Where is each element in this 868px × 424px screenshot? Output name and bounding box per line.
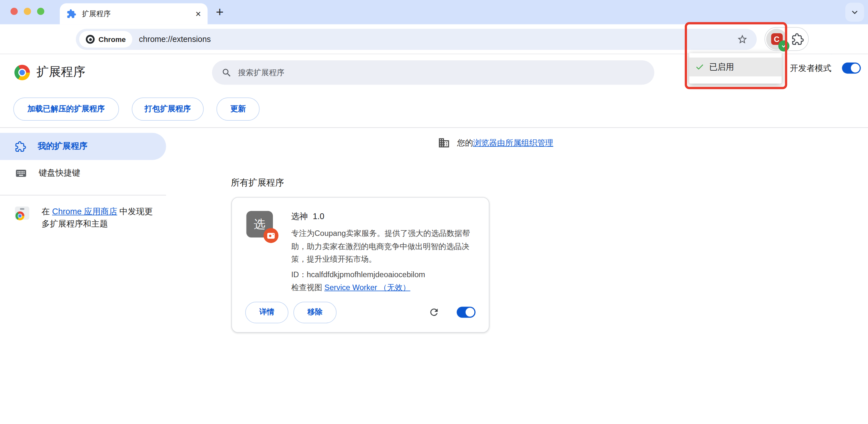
service-worker-link[interactable]: Service Worker （无效） <box>324 283 410 292</box>
organization-building-icon <box>438 137 450 149</box>
keyboard-icon <box>15 167 27 179</box>
tab-search-button[interactable] <box>845 3 864 22</box>
enabled-badge-icon <box>778 40 789 51</box>
sidebar: 我的扩展程序 键盘快捷键 在 Chrome 应用商店 中发现更多扩展程序和主题 <box>0 133 166 230</box>
site-chip-label: Chrome <box>98 35 126 43</box>
sidebar-item-label: 键盘快捷键 <box>39 168 80 178</box>
menu-item-enabled[interactable]: 已启用 <box>689 57 781 76</box>
extension-id-row: ID：hcalfdfdkjpmofhlemjdeoaiocebilom <box>291 270 480 280</box>
managed-notice-link[interactable]: 浏览器由所属组织管理 <box>473 138 553 147</box>
sidebar-item-keyboard-shortcuts[interactable]: 键盘快捷键 <box>0 160 166 186</box>
extension-description: 专注为Coupang卖家服务。提供了强大的选品数据帮助，助力卖家在激烈的电商竞争… <box>291 227 480 266</box>
extension-name: 选神 <box>291 211 308 221</box>
section-heading: 所有扩展程序 <box>231 177 284 189</box>
webstore-link[interactable]: Chrome 应用商店 <box>52 207 118 216</box>
maximize-window-button[interactable] <box>37 8 44 15</box>
developer-mode-label: 开发者模式 <box>790 63 832 73</box>
extensions-menu-icon[interactable] <box>792 33 804 45</box>
new-tab-button[interactable]: + <box>216 4 224 20</box>
toolbar-page-divider <box>0 127 868 128</box>
webstore-promo: 在 Chrome 应用商店 中发现更多扩展程序和主题 <box>0 205 166 230</box>
extension-version: 1.0 <box>313 211 324 221</box>
extensions-page: 扩展程序 开发者模式 加载已解压的扩展程序 打包扩展程序 更新 我的扩展程序 键… <box>0 54 868 424</box>
url-text[interactable]: chrome://extensions <box>139 29 211 50</box>
menu-item-label: 已启用 <box>709 62 734 72</box>
search-icon <box>221 67 232 78</box>
extension-id-value: hcalfdfdkjpmofhlemjdeoaiocebilom <box>307 270 425 278</box>
extension-menu-dropdown: 已启用 <box>689 53 781 84</box>
inspect-views-row: 检查视图 Service Worker （无效） <box>291 283 480 293</box>
browser-toolbar: Chrome chrome://extensions C <box>0 24 868 54</box>
tab-extensions[interactable]: 扩展程序 × <box>60 3 208 24</box>
extension-card: 选 选神1.0 专注为Coupang卖家服务。提供了强大的选品数据帮助，助力卖家… <box>231 197 489 333</box>
bookmark-star-icon[interactable] <box>737 34 748 45</box>
extensions-toolbar-group: C <box>765 27 809 51</box>
managed-notice: 您的浏览器由所属组织管理 <box>166 137 825 149</box>
chevron-down-icon <box>850 8 859 17</box>
remove-button[interactable]: 移除 <box>293 301 337 323</box>
webstore-promo-text: 在 Chrome 应用商店 中发现更多扩展程序和主题 <box>42 205 160 230</box>
load-unpacked-button[interactable]: 加载已解压的扩展程序 <box>13 97 119 121</box>
close-window-button[interactable] <box>11 8 18 15</box>
developer-mode-toggle[interactable] <box>842 63 861 73</box>
browser-window: 扩展程序 × + Chrome chrome://extensions C <box>0 0 868 424</box>
extension-title: 选神1.0 <box>291 211 480 222</box>
check-icon <box>695 63 704 71</box>
pack-extension-button[interactable]: 打包扩展程序 <box>132 97 204 121</box>
managed-notice-prefix: 您的 <box>457 138 473 147</box>
extension-action-button[interactable]: C <box>766 28 787 49</box>
actions-row: 加载已解压的扩展程序 打包扩展程序 更新 <box>13 97 259 121</box>
puzzle-icon <box>15 141 26 152</box>
puzzle-favicon-icon <box>66 9 76 19</box>
extension-enabled-toggle[interactable] <box>457 307 475 317</box>
search-input[interactable] <box>238 68 626 77</box>
tab-title: 扩展程序 <box>82 9 195 19</box>
update-button[interactable]: 更新 <box>217 97 260 121</box>
details-button[interactable]: 详情 <box>245 301 288 323</box>
webstore-icon <box>15 207 29 220</box>
search-box[interactable] <box>212 60 654 85</box>
sidebar-item-label: 我的扩展程序 <box>38 141 88 152</box>
site-chip[interactable]: Chrome <box>79 31 132 48</box>
extension-card-footer: 详情 移除 <box>232 297 489 328</box>
reload-icon <box>429 307 439 317</box>
page-title: 扩展程序 <box>36 64 85 80</box>
extension-reload-button[interactable] <box>429 307 439 317</box>
tab-strip: 扩展程序 × + <box>0 0 868 24</box>
camera-badge-icon <box>264 228 278 243</box>
sidebar-divider <box>0 195 166 195</box>
chrome-logo-icon <box>14 65 30 80</box>
minimize-window-button[interactable] <box>24 8 31 15</box>
address-bar[interactable]: Chrome chrome://extensions <box>76 29 757 50</box>
window-controls <box>11 8 44 15</box>
chrome-glyph-icon <box>86 35 95 43</box>
tab-close-icon[interactable]: × <box>195 9 201 19</box>
sidebar-item-my-extensions[interactable]: 我的扩展程序 <box>0 133 166 160</box>
